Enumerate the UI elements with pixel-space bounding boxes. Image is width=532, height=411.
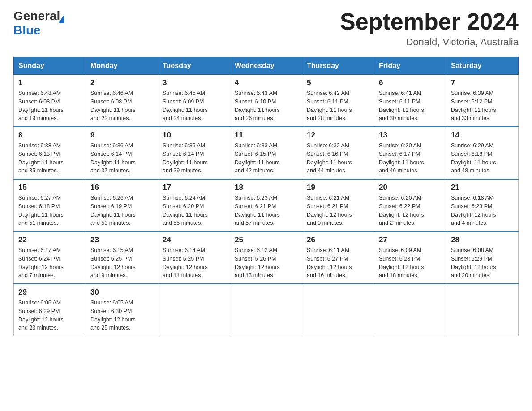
calendar-cell — [158, 284, 230, 336]
day-number: 10 — [163, 131, 225, 140]
calendar-cell: 2Sunrise: 6:46 AMSunset: 6:08 PMDaylight… — [86, 75, 158, 127]
calendar-week-row: 1Sunrise: 6:48 AMSunset: 6:08 PMDaylight… — [14, 75, 519, 127]
day-number: 29 — [18, 288, 81, 297]
day-info: Sunrise: 6:33 AMSunset: 6:15 PMDaylight:… — [235, 141, 297, 175]
calendar-cell: 22Sunrise: 6:17 AMSunset: 6:24 PMDayligh… — [14, 231, 86, 284]
weekday-header-wednesday: Wednesday — [230, 57, 302, 75]
day-info: Sunrise: 6:45 AMSunset: 6:09 PMDaylight:… — [163, 89, 225, 123]
calendar-week-row: 29Sunrise: 6:06 AMSunset: 6:29 PMDayligh… — [14, 284, 519, 336]
day-number: 17 — [163, 183, 225, 192]
day-info: Sunrise: 6:11 AMSunset: 6:27 PMDaylight:… — [307, 246, 369, 280]
weekday-header-tuesday: Tuesday — [158, 57, 230, 75]
day-number: 6 — [379, 78, 442, 87]
day-info: Sunrise: 6:43 AMSunset: 6:10 PMDaylight:… — [235, 89, 297, 123]
calendar-cell: 26Sunrise: 6:11 AMSunset: 6:27 PMDayligh… — [302, 231, 374, 284]
day-info: Sunrise: 6:05 AMSunset: 6:30 PMDaylight:… — [90, 299, 153, 332]
calendar-cell: 11Sunrise: 6:33 AMSunset: 6:15 PMDayligh… — [230, 127, 302, 179]
calendar-cell: 29Sunrise: 6:06 AMSunset: 6:29 PMDayligh… — [14, 284, 86, 336]
day-number: 30 — [90, 288, 153, 297]
day-number: 1 — [18, 78, 81, 87]
calendar-cell: 10Sunrise: 6:35 AMSunset: 6:14 PMDayligh… — [158, 127, 230, 179]
day-info: Sunrise: 6:38 AMSunset: 6:13 PMDaylight:… — [18, 141, 81, 175]
calendar-cell: 7Sunrise: 6:39 AMSunset: 6:12 PMDaylight… — [446, 75, 519, 127]
day-info: Sunrise: 6:18 AMSunset: 6:23 PMDaylight:… — [451, 194, 514, 227]
logo: General Blue — [13, 9, 64, 38]
calendar-cell: 4Sunrise: 6:43 AMSunset: 6:10 PMDaylight… — [230, 75, 302, 127]
calendar-cell: 12Sunrise: 6:32 AMSunset: 6:16 PMDayligh… — [302, 127, 374, 179]
day-info: Sunrise: 6:21 AMSunset: 6:21 PMDaylight:… — [307, 194, 369, 227]
weekday-header-thursday: Thursday — [302, 57, 374, 75]
day-info: Sunrise: 6:23 AMSunset: 6:21 PMDaylight:… — [235, 194, 297, 227]
calendar-cell: 18Sunrise: 6:23 AMSunset: 6:21 PMDayligh… — [230, 179, 302, 231]
calendar-cell: 17Sunrise: 6:24 AMSunset: 6:20 PMDayligh… — [158, 179, 230, 231]
day-number: 13 — [379, 131, 442, 140]
calendar-cell — [374, 284, 446, 336]
weekday-header-row: SundayMondayTuesdayWednesdayThursdayFrid… — [14, 57, 519, 75]
day-info: Sunrise: 6:30 AMSunset: 6:17 PMDaylight:… — [379, 141, 442, 175]
day-number: 8 — [18, 131, 81, 140]
day-number: 25 — [235, 235, 297, 244]
day-number: 19 — [307, 183, 369, 192]
day-number: 3 — [163, 78, 225, 87]
day-number: 23 — [90, 235, 153, 244]
logo-blue-text: Blue — [13, 23, 41, 38]
calendar-cell — [446, 284, 519, 336]
calendar-week-row: 8Sunrise: 6:38 AMSunset: 6:13 PMDaylight… — [14, 127, 519, 179]
day-info: Sunrise: 6:41 AMSunset: 6:11 PMDaylight:… — [379, 89, 442, 123]
calendar-cell: 19Sunrise: 6:21 AMSunset: 6:21 PMDayligh… — [302, 179, 374, 231]
weekday-header-saturday: Saturday — [446, 57, 519, 75]
day-info: Sunrise: 6:17 AMSunset: 6:24 PMDaylight:… — [18, 246, 81, 280]
weekday-header-monday: Monday — [86, 57, 158, 75]
day-info: Sunrise: 6:29 AMSunset: 6:18 PMDaylight:… — [451, 141, 514, 175]
calendar-cell: 16Sunrise: 6:26 AMSunset: 6:19 PMDayligh… — [86, 179, 158, 231]
logo-triangle-icon — [58, 14, 64, 23]
calendar-week-row: 22Sunrise: 6:17 AMSunset: 6:24 PMDayligh… — [14, 231, 519, 284]
day-number: 14 — [451, 131, 514, 140]
weekday-header-friday: Friday — [374, 57, 446, 75]
title-section: September 2024 Donald, Victoria, Austral… — [340, 9, 519, 48]
calendar-title: September 2024 — [340, 9, 519, 34]
day-info: Sunrise: 6:26 AMSunset: 6:19 PMDaylight:… — [90, 194, 153, 227]
day-info: Sunrise: 6:46 AMSunset: 6:08 PMDaylight:… — [90, 89, 153, 123]
day-info: Sunrise: 6:09 AMSunset: 6:28 PMDaylight:… — [379, 246, 442, 280]
calendar-cell: 21Sunrise: 6:18 AMSunset: 6:23 PMDayligh… — [446, 179, 519, 231]
day-number: 18 — [235, 183, 297, 192]
day-number: 22 — [18, 235, 81, 244]
calendar-cell: 30Sunrise: 6:05 AMSunset: 6:30 PMDayligh… — [86, 284, 158, 336]
day-info: Sunrise: 6:32 AMSunset: 6:16 PMDaylight:… — [307, 141, 369, 175]
calendar-cell: 14Sunrise: 6:29 AMSunset: 6:18 PMDayligh… — [446, 127, 519, 179]
day-info: Sunrise: 6:06 AMSunset: 6:29 PMDaylight:… — [18, 299, 81, 332]
calendar-cell: 5Sunrise: 6:42 AMSunset: 6:11 PMDaylight… — [302, 75, 374, 127]
day-number: 12 — [307, 131, 369, 140]
day-number: 5 — [307, 78, 369, 87]
calendar-cell: 27Sunrise: 6:09 AMSunset: 6:28 PMDayligh… — [374, 231, 446, 284]
calendar-cell — [230, 284, 302, 336]
weekday-header-sunday: Sunday — [14, 57, 86, 75]
day-number: 27 — [379, 235, 442, 244]
day-number: 21 — [451, 183, 514, 192]
day-info: Sunrise: 6:39 AMSunset: 6:12 PMDaylight:… — [451, 89, 514, 123]
day-info: Sunrise: 6:08 AMSunset: 6:29 PMDaylight:… — [451, 246, 514, 280]
day-number: 2 — [90, 78, 153, 87]
calendar-cell: 3Sunrise: 6:45 AMSunset: 6:09 PMDaylight… — [158, 75, 230, 127]
day-number: 15 — [18, 183, 81, 192]
logo-general-text: General — [13, 9, 60, 23]
calendar-week-row: 15Sunrise: 6:27 AMSunset: 6:18 PMDayligh… — [14, 179, 519, 231]
day-info: Sunrise: 6:12 AMSunset: 6:26 PMDaylight:… — [235, 246, 297, 280]
day-number: 26 — [307, 235, 369, 244]
day-info: Sunrise: 6:48 AMSunset: 6:08 PMDaylight:… — [18, 89, 81, 123]
calendar-cell: 15Sunrise: 6:27 AMSunset: 6:18 PMDayligh… — [14, 179, 86, 231]
calendar-cell: 13Sunrise: 6:30 AMSunset: 6:17 PMDayligh… — [374, 127, 446, 179]
day-info: Sunrise: 6:20 AMSunset: 6:22 PMDaylight:… — [379, 194, 442, 227]
day-number: 24 — [163, 235, 225, 244]
day-info: Sunrise: 6:42 AMSunset: 6:11 PMDaylight:… — [307, 89, 369, 123]
day-number: 20 — [379, 183, 442, 192]
day-info: Sunrise: 6:36 AMSunset: 6:14 PMDaylight:… — [90, 141, 153, 175]
calendar-cell: 6Sunrise: 6:41 AMSunset: 6:11 PMDaylight… — [374, 75, 446, 127]
day-number: 4 — [235, 78, 297, 87]
page-header: General Blue September 2024 Donald, Vict… — [13, 9, 519, 48]
day-number: 28 — [451, 235, 514, 244]
calendar-cell: 20Sunrise: 6:20 AMSunset: 6:22 PMDayligh… — [374, 179, 446, 231]
day-info: Sunrise: 6:35 AMSunset: 6:14 PMDaylight:… — [163, 141, 225, 175]
day-number: 16 — [90, 183, 153, 192]
